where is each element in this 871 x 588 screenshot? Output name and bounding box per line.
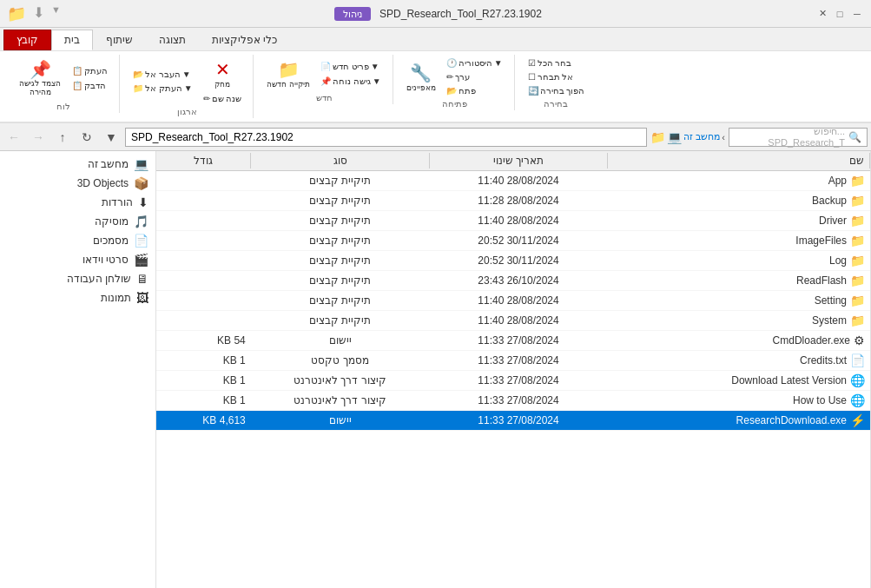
table-row[interactable]: 📁Driver 28/08/2024 11:40 תיקיית קבצים <box>156 211 870 231</box>
table-row[interactable]: 📁Setting 28/08/2024 11:40 תיקיית קבצים <box>156 291 870 311</box>
window-controls: ✕ □ ─ <box>815 7 864 21</box>
easy-access-button[interactable]: 📌 גישה נוחה▼ <box>316 75 386 88</box>
folder-icon: 📁 <box>850 294 865 307</box>
open-label: פתיחה <box>442 99 467 109</box>
new-item-button[interactable]: 📄 פריט חדש▼ <box>316 60 386 73</box>
table-row[interactable]: 📁Backup 28/08/2024 11:28 תיקיית קבצים <box>156 191 870 211</box>
tab-home[interactable]: בית <box>51 30 93 50</box>
copy-button[interactable]: 📋 העתק <box>68 64 112 77</box>
table-row[interactable]: 📁Log 30/11/2024 20:52 תיקיית קבצים <box>156 251 870 271</box>
open-icon: 📂 <box>446 86 457 96</box>
pin-quick-access-button[interactable]: 📌 הצמד לגישה מהירה <box>14 56 66 100</box>
folder-icon: 📁 <box>850 314 865 327</box>
properties-icon: 🔧 <box>410 63 432 83</box>
pictures-icon: 🖼 <box>136 291 148 305</box>
sidebar-item-music[interactable]: 🎵 מוסיקה <box>0 212 155 231</box>
properties-button[interactable]: 🔧 מאפיינים <box>402 60 440 95</box>
quick-access-icon: ⬇ <box>33 4 44 23</box>
dropdown-button[interactable]: ▼ <box>101 127 122 148</box>
table-row[interactable]: 📁ImageFiles 30/11/2024 20:52 תיקיית קבצי… <box>156 231 870 251</box>
rename-button[interactable]: ✏ שנה שם <box>199 92 247 105</box>
open-button[interactable]: 📂 פתח <box>442 84 507 97</box>
file-list: שם תאריך שינוי סוג גודל 📁App 28/08/2024 … <box>156 151 871 588</box>
ribbon-group-organize: 📂 העבר אל▼ 📁 העתק אל▼ ✕ מחק ✏ <box>122 55 254 118</box>
new-item-group: 📄 פריט חדש▼ 📌 גישה נוחה▼ <box>316 60 386 88</box>
refresh-button[interactable]: ↻ <box>76 127 97 148</box>
move-to-button[interactable]: 📂 העבר אל▼ <box>129 68 197 81</box>
web-icon: 🌐 <box>850 393 865 407</box>
organize-buttons: 📂 העבר אל▼ 📁 העתק אל▼ ✕ מחק ✏ <box>129 56 246 105</box>
pin-icon: 📌 <box>30 59 51 80</box>
sidebar-item-desktop[interactable]: 🖥 שולחן העבודה <box>0 269 155 288</box>
minimize-button[interactable]: ─ <box>850 7 864 21</box>
sidebar-item-videos[interactable]: 🎬 סרטי וידאו <box>0 250 155 269</box>
tab-view[interactable]: תצוגה <box>146 30 199 50</box>
breadcrumb-current[interactable]: מחשב זה <box>683 131 720 142</box>
delete-button[interactable]: ✕ מחק <box>199 56 247 91</box>
tab-app-tools[interactable]: כלי אפליקציות <box>199 30 290 50</box>
copy-paste-group: 📋 העתק 📋 הדבק <box>68 64 112 92</box>
folder-icon: 📁 <box>650 130 665 144</box>
exe-icon: ⚙ <box>854 334 865 347</box>
paste-icon: 📋 <box>72 81 82 90</box>
table-row[interactable]: 🌐How to Use 27/08/2024 11:33 קיצור דרך ל… <box>156 391 870 411</box>
search-box[interactable]: 🔍 ...חיפוש SPD_Research_T <box>729 128 868 147</box>
table-row[interactable]: 📁ReadFlash 26/10/2024 23:43 תיקיית קבצים <box>156 271 870 291</box>
table-row[interactable]: 📁System 28/08/2024 11:40 תיקיית קבצים <box>156 311 870 331</box>
col-header-type[interactable]: סוג <box>251 153 430 168</box>
deselect-icon: ☐ <box>528 72 536 82</box>
select-all-group: ☑ בחר הכל ☐ אל תבחר 🔄 הפוך בחירה <box>524 56 590 97</box>
folder-icon: 📁 <box>850 214 865 228</box>
table-row[interactable]: 🌐Download Latest Version 27/08/2024 11:3… <box>156 371 870 391</box>
forward-button[interactable]: → <box>28 127 49 148</box>
select-label: בחירה <box>544 99 568 109</box>
music-icon: 🎵 <box>134 215 148 228</box>
back-button[interactable]: ← <box>3 127 24 148</box>
exe2-icon: ⚡ <box>850 413 865 427</box>
table-row[interactable]: ⚡ResearchDownload.exe 27/08/2024 11:33 י… <box>156 411 870 431</box>
table-row[interactable]: 📁App 28/08/2024 11:40 תיקיית קבצים <box>156 171 870 191</box>
invert-selection-button[interactable]: 🔄 הפוך בחירה <box>524 84 590 97</box>
table-row[interactable]: ⚙CmdDloader.exe 27/08/2024 11:33 יישום 5… <box>156 331 870 351</box>
maximize-button[interactable]: □ <box>833 7 847 21</box>
folder-icon: 📁 <box>850 174 865 188</box>
close-button[interactable]: ✕ <box>815 7 829 21</box>
ribbon-group-select: ☑ בחר הכל ☐ אל תבחר 🔄 הפוך בחירה בחירה <box>517 55 597 110</box>
delete-rename-group: ✕ מחק ✏ שנה שם <box>199 56 247 105</box>
ribbon: קובץ בית שיתוף תצוגה כלי אפליקציות 📌 הצמ… <box>0 28 871 123</box>
window-title: SPD_Research_Tool_R27.23.1902 ניהול <box>61 8 815 20</box>
new-buttons: 📁 תיקייה חדשה 📄 פריט חדש▼ 📌 גישה נוחה▼ <box>262 56 385 91</box>
col-header-name[interactable]: שם <box>608 153 870 168</box>
sidebar-item-downloads[interactable]: ⬇ הורדות <box>0 193 155 212</box>
file-list-header: שם תאריך שינוי סוג גודל <box>156 151 870 171</box>
history-button[interactable]: 🕐 היסטוריה▼ <box>442 56 507 69</box>
3d-icon: 📦 <box>134 176 148 190</box>
new-folder-button[interactable]: 📁 תיקייה חדשה <box>262 56 314 91</box>
search-icon: 🔍 <box>848 131 861 143</box>
delete-icon: ✕ <box>215 59 230 80</box>
paste-button[interactable]: 📋 הדבק <box>68 79 112 92</box>
sidebar-item-documents[interactable]: 📄 מסמכים <box>0 231 155 250</box>
history-icon: 🕐 <box>446 58 457 68</box>
select-all-button[interactable]: ☑ בחר הכל <box>524 56 590 69</box>
tab-share[interactable]: שיתוף <box>93 30 146 50</box>
nav-pill[interactable]: ניהול <box>334 7 371 21</box>
edit-button[interactable]: ✏ ערך <box>442 70 507 83</box>
col-header-date[interactable]: תאריך שינוי <box>430 153 609 168</box>
address-path[interactable]: SPD_Research_Tool_R27.23.1902 <box>125 128 647 147</box>
main-layout: 💻 מחשב זה 📦 3D Objects ⬇ הורדות 🎵 מוסיקה… <box>0 151 871 588</box>
sidebar-item-pictures[interactable]: 🖼 תמונות <box>0 288 155 307</box>
web-icon: 🌐 <box>850 373 865 387</box>
table-row[interactable]: 📄Credits.txt 27/08/2024 11:33 מסמך טקסט … <box>156 351 870 371</box>
col-header-size[interactable]: גודל <box>156 153 251 168</box>
deselect-button[interactable]: ☐ אל תבחר <box>524 70 590 83</box>
up-button[interactable]: ↑ <box>52 127 73 148</box>
sidebar-item-computer[interactable]: 💻 מחשב זה <box>0 155 155 174</box>
address-text: SPD_Research_Tool_R27.23.1902 <box>131 131 294 143</box>
tab-file[interactable]: קובץ <box>3 30 51 50</box>
history-edit-group: 🕐 היסטוריה▼ ✏ ערך 📂 פתח <box>442 56 507 97</box>
computer-sidebar-icon: 💻 <box>134 157 148 171</box>
sidebar-item-3d[interactable]: 📦 3D Objects <box>0 174 155 193</box>
address-bar: ← → ↑ ↻ ▼ SPD_Research_Tool_R27.23.1902 … <box>0 123 871 151</box>
copy-to-button[interactable]: 📁 העתק אל▼ <box>129 82 197 95</box>
